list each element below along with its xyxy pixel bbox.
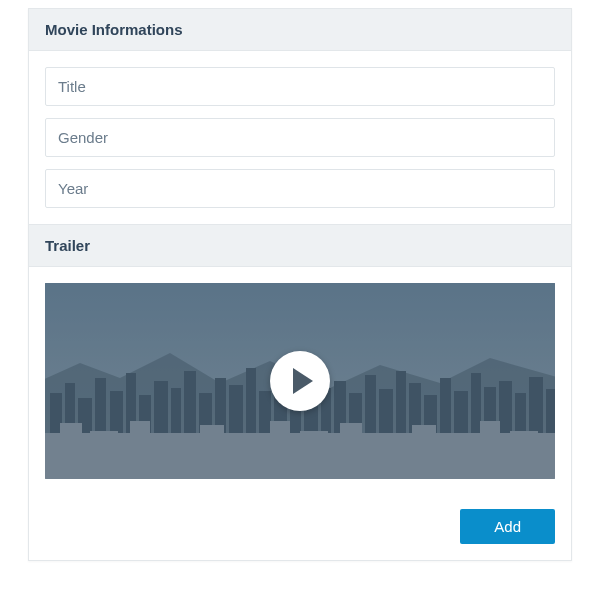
trailer-body bbox=[29, 267, 571, 495]
trailer-preview bbox=[45, 283, 555, 479]
add-button[interactable]: Add bbox=[460, 509, 555, 544]
play-icon bbox=[293, 368, 313, 394]
info-body bbox=[29, 51, 571, 224]
form-footer: Add bbox=[29, 495, 571, 560]
gender-input[interactable] bbox=[45, 118, 555, 157]
section-header-info: Movie Informations bbox=[29, 9, 571, 51]
play-button[interactable] bbox=[270, 351, 330, 411]
section-header-trailer: Trailer bbox=[29, 224, 571, 267]
title-input[interactable] bbox=[45, 67, 555, 106]
movie-form-card: Movie Informations Trailer bbox=[28, 8, 572, 561]
year-input[interactable] bbox=[45, 169, 555, 208]
